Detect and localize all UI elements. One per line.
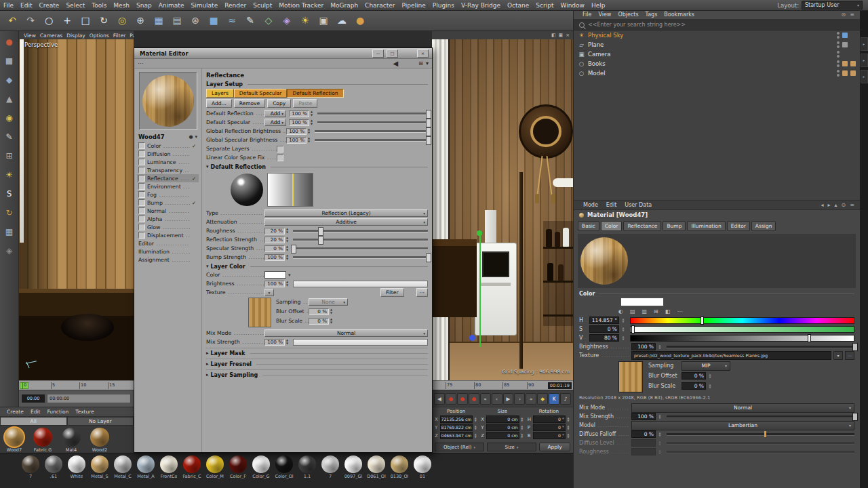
texture-thumbnail[interactable] — [618, 361, 643, 392]
value-field[interactable]: 0 % — [264, 245, 285, 252]
attribute-tab[interactable]: Assign — [751, 221, 776, 231]
target-tool-icon[interactable]: ◉ — [3, 111, 16, 125]
value-slider[interactable] — [293, 239, 428, 241]
attribute-menu-item[interactable]: User Data — [620, 202, 656, 208]
coordinate-field[interactable]: 104663.947 cm — [440, 432, 473, 439]
spinner[interactable] — [473, 433, 477, 439]
channel-checkbox[interactable] — [138, 159, 145, 165]
chevron-down-icon[interactable]: ▾ — [288, 272, 291, 278]
collapsed-section[interactable]: ▸Layer Sampling — [206, 369, 428, 379]
sound-icon[interactable]: ♪ — [560, 393, 571, 405]
last-tool-icon[interactable]: ◎ — [114, 12, 130, 28]
chevron-down-icon[interactable]: ▾ — [426, 60, 429, 66]
brightness-field[interactable]: 100 % — [631, 343, 656, 350]
texture-dropdown-icon[interactable]: ▾ — [264, 289, 274, 296]
object-manager-menu-item[interactable]: Objects — [614, 12, 642, 18]
spinner[interactable] — [708, 373, 712, 379]
channel-checkbox[interactable] — [138, 232, 145, 239]
material-thumbnail[interactable]: 1.1 — [297, 455, 317, 488]
coordinate-field[interactable]: 0 ° — [533, 415, 566, 423]
strength-field[interactable]: 100 % — [289, 110, 309, 117]
material-thumbnail[interactable]: .61 — [43, 455, 64, 488]
viewport-menu-item[interactable]: Cameras — [38, 33, 64, 39]
attribute-tab[interactable]: Color — [601, 221, 623, 231]
object-manager-menu-item[interactable]: Tags — [642, 12, 661, 18]
object-tag[interactable] — [850, 42, 856, 47]
history-forward-icon[interactable]: ▸ — [828, 202, 831, 208]
material-thumbnail[interactable]: Metal_A — [136, 455, 156, 488]
sculpt-tool-icon[interactable]: S — [3, 187, 16, 201]
channel-row[interactable]: Assignment — [137, 256, 199, 264]
live-selection-icon[interactable]: ○ — [41, 12, 57, 28]
spinner[interactable] — [473, 425, 477, 430]
menu-item[interactable]: Simulate — [187, 2, 221, 9]
material-thumbnail[interactable]: Color_F — [228, 455, 248, 488]
spinner[interactable] — [307, 128, 311, 134]
view-panel-icon[interactable]: ▦ — [3, 225, 16, 239]
layer-action-button[interactable]: Add... — [206, 99, 232, 108]
sky-icon[interactable]: ☁ — [334, 12, 350, 28]
add-layer-icon[interactable]: ⊞ — [418, 60, 423, 66]
menu-item[interactable]: Select — [62, 2, 88, 9]
menu-item[interactable]: Plugins — [429, 2, 458, 9]
global-field[interactable]: 100 % — [286, 137, 307, 144]
channel-checkbox[interactable] — [138, 175, 145, 182]
object-name[interactable]: Physical Sky — [588, 32, 623, 39]
menu-item[interactable]: Edit — [17, 2, 35, 9]
content-browser-tab-icon[interactable]: ▸ — [861, 37, 868, 51]
object-name[interactable]: Camera — [588, 51, 610, 58]
spinner[interactable] — [621, 318, 625, 323]
spinner[interactable] — [621, 336, 625, 341]
sampling-select[interactable]: MIP▾ — [682, 361, 730, 371]
center-viewport[interactable]: Grid Spacing : 906.998 cm — [432, 39, 573, 380]
up-icon[interactable]: ▴ — [835, 202, 837, 208]
brightness-slider[interactable] — [667, 346, 854, 348]
saturation-slider[interactable] — [630, 326, 854, 333]
previous-frame-icon[interactable]: ‹ — [492, 393, 502, 405]
next-frame-icon[interactable]: › — [514, 393, 525, 405]
coordinate-field[interactable]: 81769.822 cm — [440, 424, 473, 431]
spinner[interactable] — [285, 245, 290, 251]
object-row[interactable]: ☀ Physical Sky — [574, 30, 860, 40]
goto-start-icon[interactable]: « — [480, 393, 491, 405]
coordinate-field[interactable]: 0 ° — [533, 432, 566, 439]
channel-checkbox[interactable] — [138, 216, 145, 222]
saturation-field[interactable]: 0 % — [589, 325, 619, 333]
material-layer-tab[interactable]: All — [0, 417, 67, 426]
object-tag[interactable] — [850, 52, 856, 57]
menu-item[interactable]: MoGraph — [327, 2, 361, 9]
viewport-menu-item[interactable]: Options — [87, 33, 111, 39]
search-bar[interactable]: <<Enter your search string here>> — [574, 20, 860, 30]
menu-item[interactable]: Render — [221, 2, 250, 9]
layout-select[interactable]: Startup User ▾ — [802, 1, 863, 9]
object-name[interactable]: Books — [588, 60, 606, 67]
left-viewport[interactable]: Perspective — [19, 39, 134, 380]
model-select[interactable]: Lambertian▾ — [631, 421, 854, 430]
spinner[interactable] — [285, 254, 290, 260]
spinner[interactable] — [309, 119, 314, 125]
spinner[interactable] — [658, 432, 662, 437]
rotate-tool-icon[interactable]: ↻ — [3, 206, 16, 220]
rotate-tool-icon[interactable]: ↻ — [96, 12, 112, 28]
scale-tool-icon[interactable]: □ — [77, 12, 94, 28]
material-thumbnail[interactable]: 01 — [412, 455, 433, 488]
spinner[interactable] — [329, 308, 334, 314]
history-back-icon[interactable]: ◂ — [821, 202, 824, 208]
timeline-range-field[interactable]: 00:00:00 — [47, 394, 131, 403]
channel-row[interactable]: Color ✓ — [137, 142, 199, 150]
pen-tool-icon[interactable]: ✎ — [3, 130, 16, 144]
add-dropdown[interactable]: Add▾ — [264, 110, 286, 117]
channel-row[interactable]: Environment — [137, 182, 199, 190]
channel-checkbox[interactable] — [138, 183, 145, 190]
strength-field[interactable]: 100 % — [289, 119, 309, 126]
menu-item[interactable]: Script — [532, 2, 557, 9]
object-tag[interactable] — [842, 33, 848, 38]
deformer-icon[interactable]: ◈ — [279, 12, 295, 28]
attribute-tab[interactable]: Reflectance — [623, 221, 661, 231]
object-axis-gizmo[interactable] — [479, 233, 481, 347]
channel-row[interactable]: Fog — [137, 190, 199, 199]
record-scale-icon[interactable]: ● — [457, 393, 468, 405]
search-input[interactable]: <<Enter your search string here>> — [588, 22, 686, 28]
material-thumbnail[interactable]: Metal_C — [113, 455, 133, 488]
visibility-dots[interactable] — [837, 32, 840, 39]
